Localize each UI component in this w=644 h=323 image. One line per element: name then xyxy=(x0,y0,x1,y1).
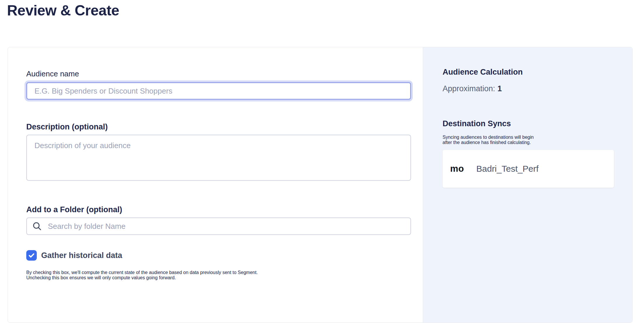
gather-historical-checkbox[interactable] xyxy=(26,250,37,261)
summary-panel: Audience Calculation Approximation:1 Des… xyxy=(423,47,632,322)
page-title: Review & Create xyxy=(7,2,119,19)
review-create-card: Audience name Description (optional) Add… xyxy=(8,47,633,323)
sync-desc-line-1: Syncing audiences to destinations will b… xyxy=(443,135,618,140)
approximation-label: Approximation: xyxy=(443,84,495,93)
folder-search-input[interactable] xyxy=(26,217,411,235)
destination-sync-item: mo Badri_Test_Perf xyxy=(443,150,614,188)
folder-label: Add to a Folder (optional) xyxy=(26,205,411,214)
approximation-row: Approximation:1 xyxy=(443,84,618,93)
sync-desc-line-2: after the audience has finished calculat… xyxy=(443,140,618,145)
audience-calculation-title: Audience Calculation xyxy=(443,67,618,77)
audience-name-input[interactable] xyxy=(26,82,411,100)
moengage-logo: mo xyxy=(450,164,464,174)
gather-historical-label: Gather historical data xyxy=(41,251,122,260)
help-line-2: Unchecking this box ensures we will only… xyxy=(26,275,411,280)
destination-syncs-title: Destination Syncs xyxy=(443,119,618,128)
help-line-1: By checking this box, we'll compute the … xyxy=(26,270,411,275)
gather-historical-row: Gather historical data xyxy=(26,250,411,261)
destination-sync-name: Badri_Test_Perf xyxy=(476,164,539,174)
description-textarea[interactable] xyxy=(26,135,411,181)
folder-search xyxy=(26,217,411,235)
audience-form: Audience name Description (optional) Add… xyxy=(8,47,423,322)
description-label: Description (optional) xyxy=(26,122,411,131)
checkmark-icon xyxy=(28,252,35,259)
approximation-value: 1 xyxy=(497,84,502,93)
audience-name-label: Audience name xyxy=(26,69,411,78)
